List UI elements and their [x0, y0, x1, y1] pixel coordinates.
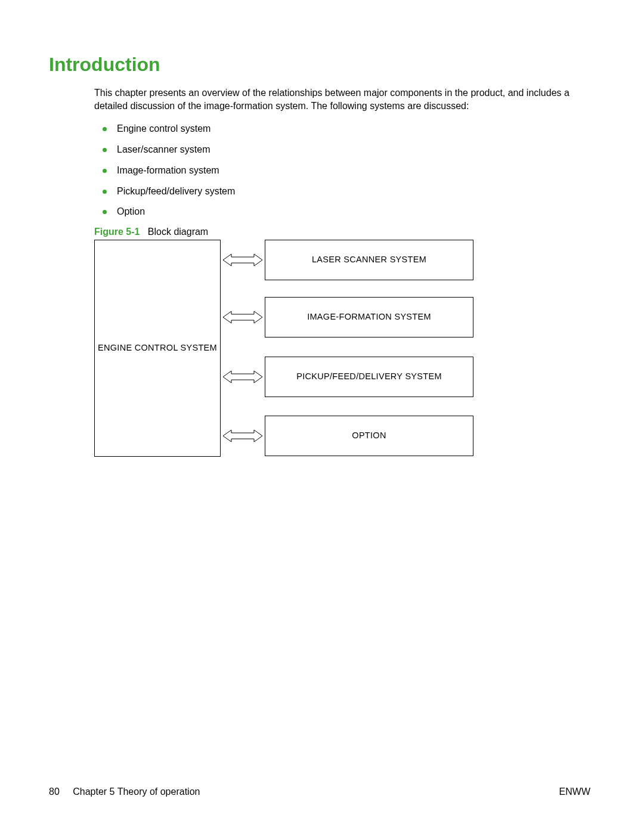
content-block: This chapter presents an overview of the…	[94, 86, 590, 457]
laser-scanner-box: LASER SCANNER SYSTEM	[265, 240, 473, 280]
figure-caption: Figure 5-1 Block diagram	[94, 227, 590, 237]
chapter-label: Chapter 5 Theory of operation	[73, 786, 200, 797]
list-item: Option	[94, 206, 590, 218]
svg-marker-3	[223, 430, 262, 442]
double-arrow-icon	[223, 253, 262, 267]
double-arrow-icon	[223, 370, 262, 383]
svg-marker-1	[223, 311, 262, 323]
list-item: Pickup/feed/delivery system	[94, 185, 590, 198]
systems-list: Engine control system Laser/scanner syst…	[94, 123, 590, 218]
intro-paragraph: This chapter presents an overview of the…	[94, 86, 590, 112]
footer-left: 80 Chapter 5 Theory of operation	[49, 786, 200, 797]
list-item: Engine control system	[94, 123, 590, 135]
page-number: 80	[49, 786, 60, 797]
option-box: OPTION	[265, 416, 473, 456]
section-heading: Introduction	[49, 54, 590, 76]
engine-control-box: ENGINE CONTROL SYSTEM	[94, 240, 221, 457]
list-item: Laser/scanner system	[94, 144, 590, 156]
image-formation-box: IMAGE-FORMATION SYSTEM	[265, 297, 473, 337]
page-footer: 80 Chapter 5 Theory of operation ENWW	[49, 786, 590, 797]
double-arrow-icon	[223, 311, 262, 324]
figure-caption-title: Block diagram	[148, 227, 208, 237]
figure-caption-text	[143, 227, 148, 237]
figure-label: Figure 5-1	[94, 227, 140, 237]
footer-lang: ENWW	[559, 786, 590, 797]
svg-marker-2	[223, 371, 262, 383]
list-item: Image-formation system	[94, 165, 590, 177]
page: Introduction This chapter presents an ov…	[0, 0, 644, 833]
double-arrow-icon	[223, 429, 262, 442]
svg-marker-0	[223, 254, 262, 266]
pickup-feed-box: PICKUP/FEED/DELIVERY SYSTEM	[265, 357, 473, 397]
block-diagram: ENGINE CONTROL SYSTEM LASER SCANNER SYST…	[94, 240, 476, 457]
